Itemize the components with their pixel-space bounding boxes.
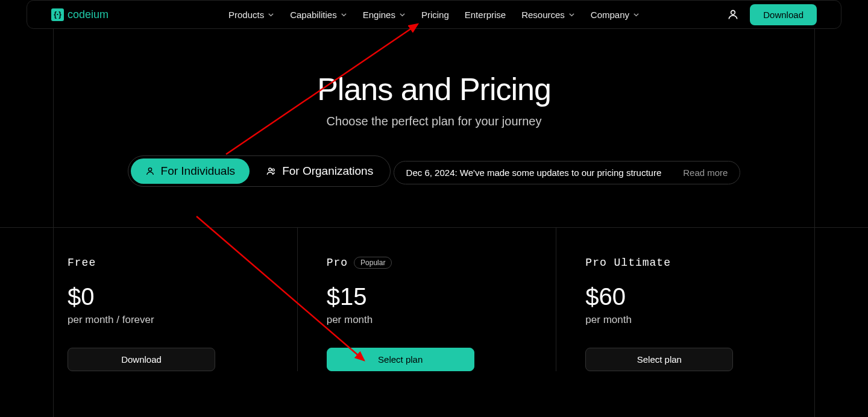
plan-cta-download[interactable]: Download — [68, 348, 215, 371]
nav-label: Pricing — [421, 10, 449, 20]
download-button[interactable]: Download — [750, 4, 817, 25]
plan-free: Free $0 per month / forever Download — [53, 228, 298, 371]
nav-pricing[interactable]: Pricing — [421, 10, 449, 20]
nav-company[interactable]: Company — [591, 10, 640, 20]
announcement-text: Dec 6, 2024: We've made some updates to … — [406, 168, 662, 178]
nav-label: Engines — [363, 10, 395, 20]
announcement-link[interactable]: Read more — [683, 168, 728, 178]
toggle-label: For Organizations — [282, 165, 373, 178]
nav-label: Resources — [521, 10, 565, 20]
nav-label: Company — [591, 10, 629, 20]
nav-products[interactable]: Products — [228, 10, 274, 20]
logo-text: codeium — [68, 8, 108, 21]
announcement-banner: Dec 6, 2024: We've made some updates to … — [394, 161, 741, 184]
nav-engines[interactable]: Engines — [363, 10, 406, 20]
plan-price: $60 — [585, 283, 800, 310]
toggle-label: For Individuals — [161, 165, 236, 178]
chevron-down-icon — [341, 11, 347, 18]
chevron-down-icon — [633, 11, 640, 18]
nav-items: Products Capabilities Engines Pricing En… — [228, 10, 640, 20]
nav-label: Enterprise — [465, 10, 506, 20]
plan-pro-ultimate: Pro Ultimate $60 per month Select plan — [571, 228, 815, 371]
svg-point-3 — [272, 169, 275, 171]
plan-cta-select[interactable]: Select plan — [327, 348, 474, 371]
plan-pro: Pro Popular $15 per month Select plan — [312, 228, 557, 371]
plan-name: Pro Ultimate — [585, 257, 671, 269]
nav-label: Products — [228, 10, 264, 20]
audience-toggle: For Individuals For Organizations — [128, 155, 391, 187]
svg-point-1 — [148, 168, 151, 171]
chevron-down-icon — [568, 11, 575, 18]
popular-badge: Popular — [354, 257, 392, 269]
svg-point-2 — [269, 168, 272, 171]
plan-period: per month — [327, 314, 542, 326]
plan-name: Free — [68, 257, 96, 269]
nav-resources[interactable]: Resources — [521, 10, 575, 20]
plan-price: $15 — [327, 283, 542, 310]
chevron-down-icon — [268, 11, 274, 18]
decorative-border-right — [814, 29, 815, 417]
nav-enterprise[interactable]: Enterprise — [465, 10, 506, 20]
plan-period: per month — [585, 314, 800, 326]
main-nav: {·} codeium Products Capabilities Engine… — [27, 0, 841, 29]
person-icon — [145, 166, 155, 176]
brand-logo[interactable]: {·} codeium — [51, 8, 108, 21]
decorative-border-left — [53, 29, 54, 417]
logo-icon: {·} — [51, 8, 64, 21]
page-subtitle: Choose the perfect plan for your journey — [0, 114, 868, 128]
svg-point-0 — [731, 10, 735, 14]
nav-capabilities[interactable]: Capabilities — [290, 10, 347, 20]
toggle-organizations[interactable]: For Organizations — [252, 158, 388, 184]
nav-right: Download — [727, 4, 817, 25]
plan-period: per month / forever — [68, 314, 283, 326]
page-title: Plans and Pricing — [0, 71, 868, 107]
hero-section: Plans and Pricing Choose the perfect pla… — [0, 71, 868, 187]
plan-cta-select[interactable]: Select plan — [585, 348, 733, 371]
toggle-individuals[interactable]: For Individuals — [131, 158, 250, 184]
plan-price: $0 — [68, 283, 283, 310]
people-icon — [266, 166, 276, 176]
chevron-down-icon — [399, 11, 406, 18]
plans-grid: Free $0 per month / forever Download Pro… — [0, 227, 868, 371]
user-icon[interactable] — [727, 8, 739, 20]
plan-name: Pro — [327, 257, 348, 269]
nav-label: Capabilities — [290, 10, 337, 20]
